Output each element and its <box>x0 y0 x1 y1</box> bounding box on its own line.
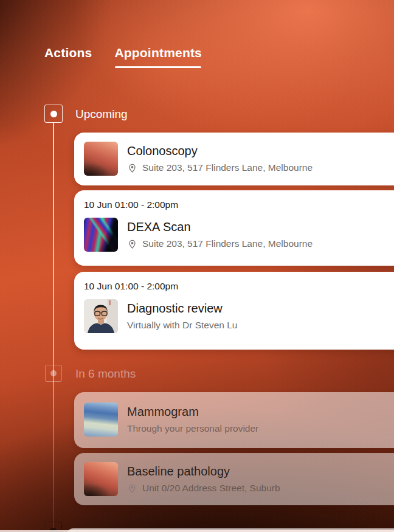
doctor-avatar-photo <box>84 299 118 333</box>
dexa-scan-thumbnail-image <box>84 218 118 252</box>
appointments-screen: Actions Appointments Upcoming Colonoscop… <box>0 0 394 532</box>
appointment-title: Colonoscopy <box>127 144 313 158</box>
appointment-time: 10 Jun 01:00 - 2:00pm <box>84 281 394 292</box>
appointment-title: Diagnostic review <box>127 302 238 316</box>
colonoscopy-thumbnail-image <box>84 142 118 176</box>
tab-bar: Actions Appointments <box>44 46 202 60</box>
tab-appointments[interactable]: Appointments <box>114 46 202 60</box>
section-label-in-6-months: In 6 months <box>75 367 136 381</box>
appointment-card-diagnostic-review[interactable]: 10 Jun 01:00 - 2:00pm Diagn <box>74 272 394 350</box>
marker-dot-icon <box>50 111 57 117</box>
appointment-card-colonoscopy[interactable]: Colonoscopy Suite 203, 517 Flinders Lane… <box>74 133 394 185</box>
section-label-upcoming: Upcoming <box>75 108 128 121</box>
appointment-title: Baseline pathology <box>127 465 280 478</box>
doctor-portrait-illustration <box>84 299 118 333</box>
appointment-location: Unit 0/20 Address Street, Suburb <box>142 483 280 494</box>
location-pin-icon <box>127 483 137 494</box>
location-pin-icon <box>127 163 137 173</box>
marker-dot-icon <box>50 370 57 376</box>
appointment-subtitle: Through your personal provider <box>127 423 258 434</box>
timeline-line <box>53 123 54 532</box>
appointment-card-baseline-pathology[interactable]: Baseline pathology Unit 0/20 Address Str… <box>74 453 394 505</box>
location-pin-icon <box>127 239 137 249</box>
appointment-location: Suite 203, 517 Flinders Lane, Melbourne <box>142 238 313 249</box>
pathology-thumbnail-image <box>84 462 118 496</box>
mammogram-thumbnail-image <box>84 402 118 437</box>
appointment-location: Suite 203, 517 Flinders Lane, Melbourne <box>142 162 313 173</box>
tab-actions[interactable]: Actions <box>44 46 92 60</box>
appointment-card-dexa-scan[interactable]: 10 Jun 01:00 - 2:00pm DEXA Scan Suite 20… <box>74 190 394 266</box>
timeline-marker-upcoming <box>44 105 63 123</box>
appointment-time: 10 Jun 01:00 - 2:00pm <box>84 199 394 210</box>
appointment-card-mammogram[interactable]: Mammogram Through your personal provider <box>74 392 394 448</box>
appointment-subtitle: Virtually with Dr Steven Lu <box>127 320 238 331</box>
appointment-title: Mammogram <box>127 405 258 419</box>
timeline-marker-in-6-months <box>45 365 62 382</box>
appointment-title: DEXA Scan <box>127 220 313 234</box>
